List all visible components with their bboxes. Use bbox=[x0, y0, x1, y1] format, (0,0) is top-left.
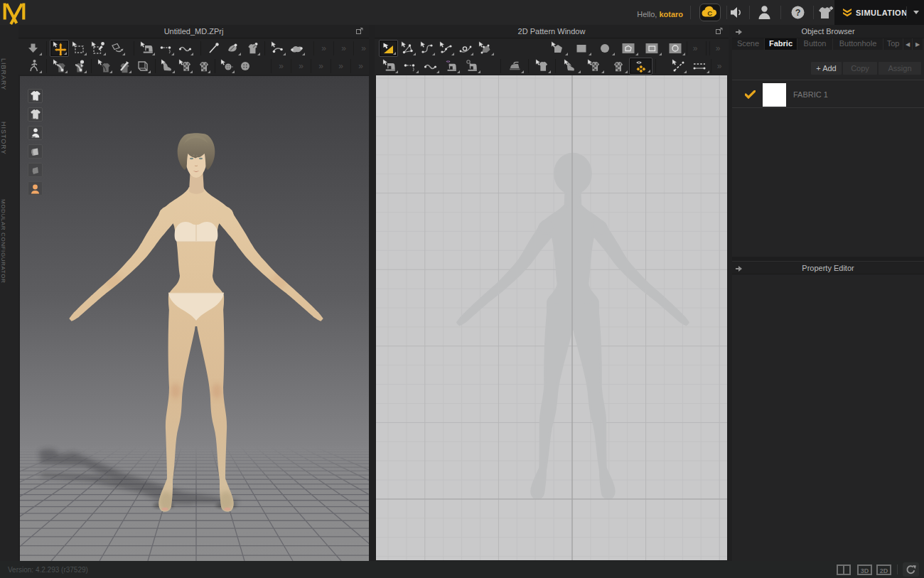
svg-text:2D: 2D bbox=[880, 567, 888, 574]
svg-text:?: ? bbox=[795, 8, 801, 18]
svg-text:3D: 3D bbox=[861, 567, 869, 574]
svg-text:C: C bbox=[707, 9, 712, 17]
